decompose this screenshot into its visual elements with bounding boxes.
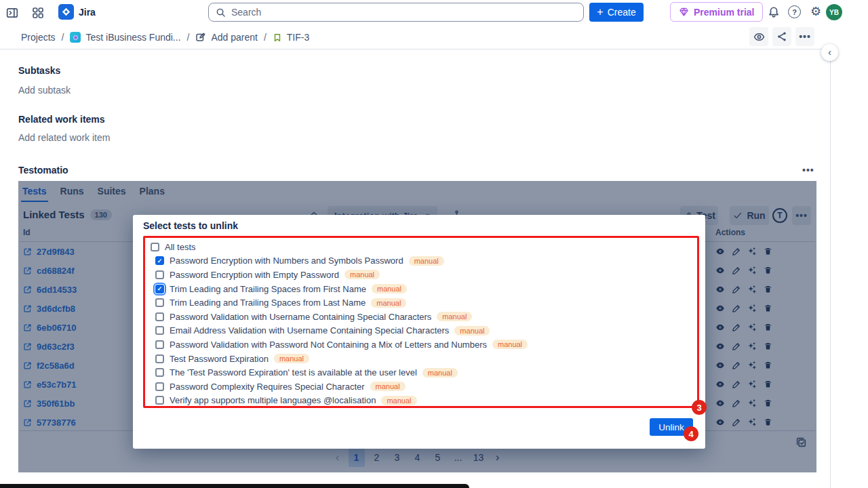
edit-icon[interactable] (732, 323, 741, 332)
notifications-icon[interactable] (767, 5, 781, 19)
test-id-link[interactable]: cd68824f (23, 266, 75, 276)
delete-icon[interactable] (764, 361, 772, 370)
user-avatar[interactable]: YB (826, 4, 842, 20)
test-checkbox-row[interactable]: Email Address Validation with Username C… (155, 324, 692, 338)
edit-icon[interactable] (732, 418, 741, 427)
edit-icon[interactable] (732, 342, 741, 351)
view-icon[interactable] (715, 266, 725, 275)
search-input[interactable] (231, 7, 576, 18)
widget-more-actions-button[interactable]: ••• (792, 206, 811, 225)
ai-sparkles-icon[interactable] (747, 380, 757, 389)
ai-sparkles-icon[interactable] (747, 399, 757, 408)
bulk-select-icon[interactable] (795, 436, 807, 448)
view-icon[interactable] (715, 304, 725, 313)
test-id-link[interactable]: 9d63c2f3 (23, 342, 75, 352)
expand-panel-button[interactable]: ‹ (821, 44, 838, 61)
test-checkbox-row[interactable]: Trim Leading and Trailing Spaces from Fi… (155, 282, 692, 296)
checkbox[interactable] (151, 243, 159, 251)
test-id-link[interactable]: 6dd14533 (23, 285, 77, 295)
edit-icon[interactable] (732, 247, 741, 256)
app-switcher-icon[interactable] (31, 6, 45, 20)
share-button[interactable] (772, 27, 791, 46)
help-icon[interactable]: ? (788, 5, 801, 18)
create-button[interactable]: + Create (589, 3, 644, 22)
jira-logo-icon[interactable] (58, 4, 74, 20)
breadcrumb-issue-key[interactable]: TIF-3 (273, 32, 309, 43)
widget-tab[interactable]: Tests (21, 184, 48, 202)
test-checkbox-row[interactable]: Test Password Expiration manual (155, 352, 692, 366)
ai-sparkles-icon[interactable] (747, 323, 757, 332)
page-button[interactable]: 2 (369, 448, 385, 467)
edit-icon[interactable] (732, 285, 741, 294)
settings-gear-icon[interactable]: ⚙ (808, 4, 823, 19)
checkbox[interactable] (155, 256, 164, 265)
page-button[interactable]: ... (450, 448, 467, 467)
view-icon[interactable] (715, 323, 725, 332)
edit-icon[interactable] (732, 380, 741, 389)
premium-trial-button[interactable]: Premium trial (670, 2, 763, 22)
breadcrumb-project[interactable]: Test iBusiness Fundi... (70, 32, 180, 43)
test-id-link[interactable]: 27d9f843 (23, 247, 75, 257)
test-checkbox-row[interactable]: Password Complexity Requires Special Cha… (155, 380, 692, 394)
view-icon[interactable] (715, 399, 725, 408)
view-icon[interactable] (715, 285, 725, 294)
ai-sparkles-icon[interactable] (747, 418, 757, 427)
page-button[interactable]: 3 (389, 448, 406, 467)
view-icon[interactable] (715, 380, 725, 389)
test-id-link[interactable]: f2c58a6d (23, 361, 75, 371)
ai-sparkles-icon[interactable] (747, 342, 757, 351)
test-id-link[interactable]: 6eb06710 (23, 323, 77, 333)
test-checkbox-row[interactable]: Password Encryption with Empty Password … (155, 268, 692, 282)
test-id-link[interactable]: 3d6dcfb8 (23, 304, 75, 314)
checkbox[interactable] (155, 354, 164, 363)
checkbox[interactable] (155, 326, 164, 335)
testomatio-logo-icon[interactable]: T (772, 208, 787, 223)
page-button[interactable]: 5 (430, 448, 446, 467)
checkbox[interactable] (155, 298, 164, 307)
test-checkbox-row[interactable]: Trim Leading and Trailing Spaces from La… (155, 296, 692, 310)
global-search[interactable] (208, 3, 584, 22)
ai-sparkles-icon[interactable] (747, 266, 757, 275)
test-id-link[interactable]: e53c7b71 (23, 380, 77, 390)
add-parent-button[interactable]: Add parent (195, 32, 258, 43)
view-icon[interactable] (715, 418, 725, 427)
test-checkbox-row[interactable]: The 'Test Password Expiration' test is a… (155, 365, 692, 380)
delete-icon[interactable] (764, 247, 772, 256)
test-id-link[interactable]: 350f61bb (23, 399, 75, 409)
page-button[interactable]: 4 (410, 448, 426, 467)
edit-icon[interactable] (732, 399, 741, 408)
run-button[interactable]: Run (730, 206, 769, 225)
widget-more-icon[interactable]: ••• (802, 165, 814, 176)
breadcrumb-projects[interactable]: Projects (21, 32, 56, 43)
test-checkbox-row[interactable]: Password Validation with Username Contai… (155, 310, 692, 324)
collapse-sidebar-icon[interactable] (5, 6, 19, 20)
page-button[interactable]: 13 (471, 448, 487, 467)
edit-icon[interactable] (732, 361, 741, 370)
checkbox[interactable] (155, 382, 164, 391)
delete-icon[interactable] (764, 399, 772, 408)
delete-icon[interactable] (764, 380, 772, 389)
edit-icon[interactable] (732, 266, 741, 275)
more-actions-button[interactable]: ••• (795, 27, 814, 46)
widget-tab[interactable]: Runs (59, 184, 85, 202)
widget-tab[interactable]: Suites (96, 184, 127, 202)
add-related-item-button[interactable]: Add related work item (18, 132, 110, 143)
all-tests-checkbox-row[interactable]: All tests (151, 240, 692, 254)
ai-sparkles-icon[interactable] (747, 247, 757, 256)
next-page-icon[interactable]: › (491, 448, 505, 467)
checkbox[interactable] (155, 340, 164, 349)
ai-sparkles-icon[interactable] (747, 285, 757, 294)
view-icon[interactable] (715, 361, 725, 370)
page-button[interactable]: 1 (349, 448, 365, 467)
delete-icon[interactable] (764, 304, 772, 313)
view-icon[interactable] (715, 342, 725, 351)
ai-sparkles-icon[interactable] (747, 361, 757, 370)
checkbox[interactable] (155, 285, 164, 293)
test-checkbox-row[interactable]: Password Encryption with Numbers and Sym… (155, 254, 692, 268)
delete-icon[interactable] (764, 418, 772, 427)
test-checkbox-row[interactable]: Password Validation with Password Not Co… (155, 338, 692, 352)
test-id-link[interactable]: 57738776 (23, 418, 76, 428)
add-subtask-button[interactable]: Add subtask (18, 85, 71, 96)
checkbox[interactable] (155, 368, 164, 377)
widget-tab[interactable]: Plans (138, 184, 166, 202)
